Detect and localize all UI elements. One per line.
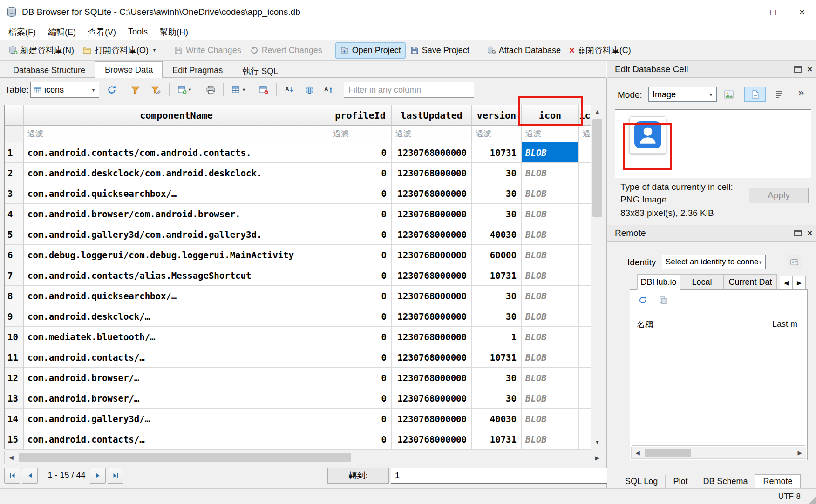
cell-lastUpdated[interactable]: 1230768000000 <box>392 429 472 450</box>
refresh-button[interactable] <box>104 82 120 98</box>
tab-database-structure[interactable]: Database Structure <box>3 62 95 77</box>
row-number[interactable]: 7 <box>5 265 24 286</box>
scroll-left-icon[interactable]: ◀ <box>5 451 18 464</box>
dock-tab-sql-log[interactable]: SQL Log <box>618 475 665 488</box>
cell-icon[interactable]: BLOB <box>522 429 579 450</box>
tab-scroll-left-icon[interactable]: ◀ <box>780 276 793 289</box>
dock-tab-db-schema[interactable]: DB Schema <box>695 475 755 488</box>
cell-partial[interactable] <box>579 183 591 204</box>
cell-partial[interactable] <box>579 286 591 306</box>
tab-browse-data[interactable]: Browse Data <box>95 61 163 78</box>
table-selector[interactable]: icons ▼ <box>30 82 99 98</box>
column-header-profileId[interactable]: profileId <box>329 105 392 126</box>
horizontal-scrollbar[interactable]: ◀ ▶ <box>4 451 604 464</box>
minimize-button[interactable]: – <box>730 0 759 24</box>
cell-componentName[interactable]: com.android.deskclock/com.android.deskcl… <box>24 163 329 183</box>
close-panel-icon[interactable]: × <box>807 228 812 238</box>
cell-componentName[interactable]: com.android.contacts/alias.MessageShortc… <box>24 265 329 286</box>
row-number[interactable]: 4 <box>5 204 24 224</box>
cell-lastUpdated[interactable]: 1230768000000 <box>392 142 472 163</box>
goto-record-input[interactable] <box>391 468 608 484</box>
vertical-scrollbar-thumb[interactable] <box>592 119 602 217</box>
tab-edit-pragmas[interactable]: Edit Pragmas <box>163 62 232 77</box>
cell-partial[interactable] <box>579 347 591 368</box>
sort-descending-button[interactable]: A <box>321 82 337 98</box>
cell-componentName[interactable]: com.android.browser/… <box>24 388 329 409</box>
vertical-scrollbar[interactable]: ▲ ▼ <box>591 105 604 449</box>
tab-execute-sql[interactable]: 執行 SQL <box>232 62 288 77</box>
row-number[interactable]: 9 <box>5 306 24 327</box>
cell-lastUpdated[interactable]: 1230768000000 <box>392 347 472 368</box>
filter-any-column-input[interactable] <box>344 82 474 98</box>
cell-profileId[interactable]: 0 <box>329 368 392 388</box>
save-project-button[interactable]: Save Project <box>406 43 474 58</box>
column-header-icon[interactable]: icon <box>522 105 579 126</box>
apply-button[interactable]: Apply <box>749 188 809 203</box>
cell-partial[interactable] <box>579 327 591 347</box>
row-number[interactable]: 8 <box>5 286 24 306</box>
cell-lastUpdated[interactable]: 1230768000000 <box>392 388 472 409</box>
cell-icon[interactable]: BLOB <box>522 224 579 245</box>
menu-help[interactable]: 幫助(H) <box>154 25 194 40</box>
remote-clone-button[interactable] <box>656 294 670 307</box>
cell-profileId[interactable]: 0 <box>329 306 392 327</box>
cell-partial[interactable] <box>579 306 591 327</box>
filter-icon[interactable]: 過濾 <box>522 126 579 142</box>
sort-ascending-button[interactable]: A <box>282 82 298 98</box>
cell-componentName[interactable]: com.android.quicksearchbox/… <box>24 286 329 306</box>
cell-componentName[interactable]: com.debug.loggerui/com.debug.loggerui.Ma… <box>24 245 329 265</box>
cell-icon[interactable]: BLOB <box>522 142 579 163</box>
cell-lastUpdated[interactable]: 1230768000000 <box>392 224 472 245</box>
cell-partial[interactable] <box>579 142 591 163</box>
toolbar-overflow-icon[interactable]: » <box>798 87 804 99</box>
cell-partial[interactable] <box>579 204 591 224</box>
dock-tab-plot[interactable]: Plot <box>665 475 695 488</box>
revert-changes-button[interactable]: Revert Changes <box>245 43 326 58</box>
cell-version[interactable]: 60000 <box>472 245 522 265</box>
row-number[interactable]: 14 <box>5 409 24 429</box>
filter-version[interactable]: 過濾 <box>472 126 522 142</box>
close-button[interactable]: × <box>788 0 816 24</box>
previous-record-button[interactable] <box>22 468 38 484</box>
row-number[interactable]: 6 <box>5 245 24 265</box>
cell-profileId[interactable]: 0 <box>329 204 392 224</box>
new-record-button[interactable]: ▼ <box>176 82 198 98</box>
remote-horizontal-scrollbar[interactable]: ◀ ▶ <box>631 447 806 459</box>
open-external-button[interactable] <box>301 82 317 98</box>
cell-partial[interactable] <box>579 163 591 183</box>
cell-partial[interactable] <box>579 224 591 245</box>
cell-componentName[interactable]: com.android.contacts/… <box>24 429 329 450</box>
menu-tools[interactable]: Tools <box>122 25 154 39</box>
menu-edit[interactable]: 編輯(E) <box>42 25 82 40</box>
row-number[interactable]: 3 <box>5 183 24 204</box>
menu-view[interactable]: 查看(V) <box>82 25 122 40</box>
filter-lastUpdated[interactable]: 過濾 <box>392 126 472 142</box>
filter-componentName[interactable]: 過濾 <box>24 126 329 142</box>
cell-profileId[interactable]: 0 <box>329 327 392 347</box>
open-project-button[interactable]: Open Project <box>335 42 406 59</box>
cell-componentName[interactable]: com.android.contacts/com.android.contact… <box>24 142 329 163</box>
cell-lastUpdated[interactable]: 1230768000000 <box>392 163 472 183</box>
cell-icon[interactable]: BLOB <box>522 265 579 286</box>
remote-refresh-button[interactable] <box>636 294 650 307</box>
cell-icon[interactable]: BLOB <box>522 368 579 388</box>
print-button[interactable] <box>203 82 218 98</box>
cell-componentName[interactable]: com.android.browser/com.android.browser. <box>24 204 329 224</box>
cell-lastUpdated[interactable]: 1230768000000 <box>392 409 472 429</box>
cell-version[interactable]: 10731 <box>472 142 522 163</box>
cell-icon[interactable]: BLOB <box>522 183 579 204</box>
cell-version[interactable]: 30 <box>472 306 522 327</box>
cell-componentName[interactable]: com.mediatek.bluetooth/… <box>24 327 329 347</box>
mode-select[interactable]: Image ▼ <box>648 87 717 102</box>
cell-lastUpdated[interactable]: 1230768000000 <box>392 306 472 327</box>
cell-profileId[interactable]: 0 <box>329 286 392 306</box>
cell-profileId[interactable]: 0 <box>329 224 392 245</box>
row-number[interactable]: 10 <box>5 327 24 347</box>
cell-icon[interactable]: BLOB <box>522 286 579 306</box>
save-filter-button[interactable] <box>148 82 163 98</box>
cell-icon[interactable]: BLOB <box>522 327 579 347</box>
cell-version[interactable]: 10731 <box>472 265 522 286</box>
cell-lastUpdated[interactable]: 1230768000000 <box>392 204 472 224</box>
cell-profileId[interactable]: 0 <box>329 429 392 450</box>
cell-componentName[interactable]: com.android.browser/… <box>24 368 329 388</box>
